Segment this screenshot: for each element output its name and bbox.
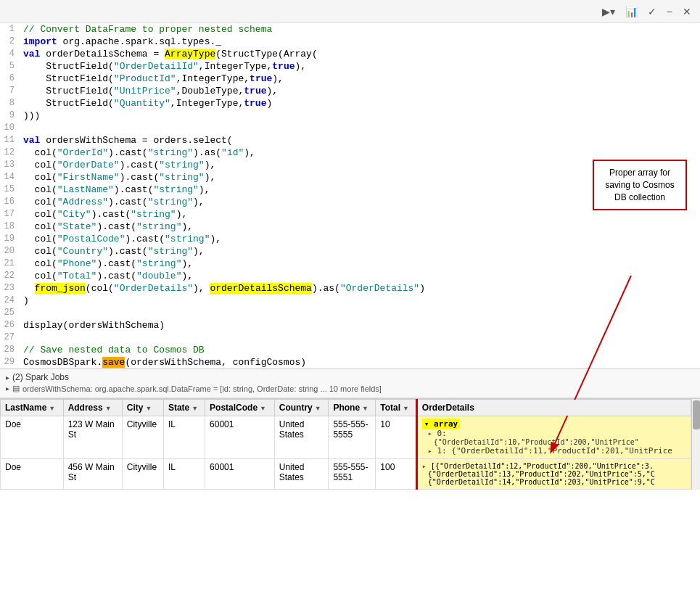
cell-state-2: IL [163,459,205,490]
table-row-2: Doe 456 W MainSt Cityville IL 60001 Unit… [1,459,691,490]
code-line-18: 18 col("State").cast("string"), [0,221,700,233]
col-header-phone[interactable]: Phone▼ [329,400,376,416]
scrollbar[interactable] [691,399,700,490]
code-line-6: 6 StructField("ProductId",IntegerType,tr… [0,73,700,85]
check-button[interactable]: ✓ [645,4,659,19]
col-header-state[interactable]: State▼ [163,400,205,416]
cell-country-1: UnitedStates [274,416,329,459]
code-line-1: 1 // Convert DataFrame to proper nested … [0,23,700,36]
cell-country-2: UnitedStates [274,459,329,490]
code-line-24: 24 ) [0,294,700,307]
tree-row-2-3: {"OrderDetailId":14,"ProductId":203,"Uni… [422,478,686,486]
code-line-25: 25 [0,307,700,319]
annotation-text: Proper array for saving to Cosmos DB col… [605,168,674,202]
array-label-1: ▾ array [422,419,460,429]
toolbar: ▶▾ 📊 ✓ − ✕ [0,0,700,23]
code-editor: 1 // Convert DataFrame to proper nested … [0,23,700,369]
col-header-address[interactable]: Address▼ [63,400,122,416]
table-icon: ▤ [12,384,20,393]
run-button[interactable]: ▶▾ [599,4,618,19]
cell-lastname-2: Doe [1,459,64,490]
code-line-8: 8 StructField("Quantity",IntegerType,tru… [0,97,700,110]
code-line-9: 9 ))) [0,110,700,122]
cell-address-2: 456 W MainSt [63,459,122,490]
cell-lastname-1: Doe [1,416,64,459]
code-line-22: 22 col("Total").cast("double"), [0,270,700,282]
code-line-19: 19 col("PostalCode").cast("string"), [0,233,700,245]
schema-toggle[interactable]: ▸ [6,384,9,392]
code-line-11: 11 val ordersWithSchema = orders.select( [0,134,700,147]
code-line-12: 12 col("OrderId").cast("string").as("id"… [0,147,700,159]
code-line-7: 7 StructField("UnitPrice",DoubleType,tru… [0,85,700,97]
scrollbar-thumb[interactable] [693,400,700,429]
data-table: LastName▼ Address▼ City▼ State▼ PostalCo [0,399,691,490]
col-header-city[interactable]: City▼ [122,400,163,416]
code-line-2: 2 import org.apache.spark.sql.types._ [0,36,700,48]
code-line-5: 5 StructField("OrderDetailId",IntegerTyp… [0,60,700,73]
sort-icon-state: ▼ [192,405,198,412]
spark-jobs-label: (2) Spark Jobs [12,372,69,382]
table-header-row: LastName▼ Address▼ City▼ State▼ PostalCo [1,400,691,416]
close-button[interactable]: ✕ [680,4,694,19]
col-header-postalcode[interactable]: PostalCode▼ [205,400,275,416]
tree-item-0-1: ▸ 0: [422,429,686,438]
col-header-orderdetails[interactable]: OrderDetails [416,400,691,416]
sort-icon-postalcode: ▼ [260,405,266,412]
code-line-28: 28 // Save nested data to Cosmos DB [0,344,700,356]
tree-row-2-1: ▸ [{"OrderDetailId":12,"ProductId":200,"… [422,462,686,470]
sort-icon-country: ▼ [315,405,321,412]
col-header-total[interactable]: Total▼ [376,400,417,416]
code-line-21: 21 col("Phone").cast("string"), [0,258,700,270]
tree-item-0-val-1: {"OrderDetailId":10,"ProductId":200,"Uni… [422,438,686,446]
tree-item-1-1: ▸ 1: {"OrderDetailId":11,"ProductId":201… [422,446,686,456]
tree-row-2-2: {"OrderDetailId":13,"ProductId":202,"Uni… [422,470,686,478]
cell-city-1: Cityville [122,416,163,459]
spark-jobs-toggle[interactable]: ▸ [6,374,9,382]
data-table-container[interactable]: LastName▼ Address▼ City▼ State▼ PostalCo [0,398,700,490]
sort-icon-total: ▼ [403,405,409,412]
code-line-3: 4 val orderDetailsSchema = ArrayType(Str… [0,48,700,60]
sort-icon-city: ▼ [145,405,152,412]
schema-row: ▸ ▤ ordersWithSchema: org.apache.spark.s… [6,384,694,393]
cell-state-1: IL [163,416,205,459]
col-header-country[interactable]: Country▼ [274,400,329,416]
table-row-1: Doe 123 W MainSt Cityville IL 60001 Unit… [1,416,691,459]
cell-phone-1: 555-555-5555 [329,416,376,459]
cell-total-1: 10 [376,416,417,459]
cell-phone-2: 555-555-5551 [329,459,376,490]
cell-total-2: 100 [376,459,417,490]
code-line-26: 26 display(ordersWithSchema) [0,319,700,331]
sort-icon-phone: ▼ [362,405,368,412]
annotation-box: Proper array for saving to Cosmos DB col… [593,160,687,210]
spark-jobs-row: ▸ (2) Spark Jobs [6,372,694,382]
col-header-lastname[interactable]: LastName▼ [1,400,64,416]
cell-orderdetails-1: ▾ array ▸ 0: {"OrderDetailId":10,"Produc… [416,416,691,459]
code-line-20: 20 col("Country").cast("string"), [0,245,700,258]
sort-icon-lastname: ▼ [49,405,55,412]
cell-orderdetails-2: ▸ [{"OrderDetailId":12,"ProductId":200,"… [416,459,691,490]
sort-icon-address: ▼ [105,405,112,412]
chart-button[interactable]: 📊 [622,4,641,19]
cell-address-1: 123 W MainSt [63,416,122,459]
spark-jobs-section: ▸ (2) Spark Jobs ▸ ▤ ordersWithSchema: o… [0,369,700,398]
minimize-button[interactable]: − [664,4,675,19]
code-line-10: 10 [0,122,700,134]
schema-label: ordersWithSchema: org.apache.spark.sql.D… [22,384,382,393]
cell-city-2: Cityville [122,459,163,490]
code-line-27: 27 [0,331,700,344]
code-line-29: 29 CosmosDBSpark.save(ordersWithSchema, … [0,356,700,368]
cell-postalcode-2: 60001 [205,459,275,490]
cell-postalcode-1: 60001 [205,416,275,459]
code-line-23: 23 from_json(col("OrderDetails"), orderD… [0,282,700,294]
